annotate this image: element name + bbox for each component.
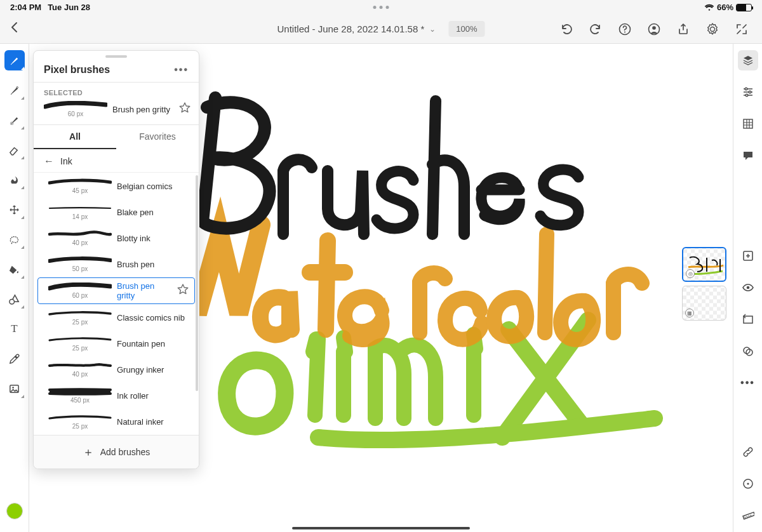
tool-shapes[interactable] — [4, 289, 25, 309]
back-button[interactable] — [0, 22, 29, 36]
plus-icon: ＋ — [83, 444, 94, 460]
link-button[interactable] — [738, 442, 758, 462]
brush-list[interactable]: 45 pxBelgian comics14 pxBlake pen40 pxBl… — [34, 173, 199, 435]
brush-item[interactable]: 45 pxBelgian comics — [37, 173, 195, 199]
app-header: Untitled - June 28, 2022 14.01.58 * ⌄ 10… — [0, 15, 762, 44]
selected-brush-name: Brush pen gritty — [112, 105, 173, 114]
home-indicator[interactable] — [292, 527, 470, 529]
tool-eraser[interactable] — [4, 140, 25, 160]
brush-name: Belgian comics — [117, 182, 189, 191]
undo-button[interactable] — [560, 23, 573, 36]
tool-transform[interactable] — [4, 199, 25, 220]
add-layer-button[interactable] — [738, 246, 758, 266]
brush-item[interactable]: 40 pxBlotty ink — [37, 225, 195, 251]
svg-point-10 — [749, 91, 751, 93]
tool-eyedropper[interactable] — [4, 349, 25, 369]
selected-label: SELECTED — [34, 83, 199, 98]
tab-favorites[interactable]: Favorites — [116, 125, 199, 149]
redo-button[interactable] — [589, 23, 602, 36]
layer-target-icon: ◎ — [686, 269, 695, 278]
tool-watercolor-brush[interactable] — [4, 110, 25, 130]
panel-properties[interactable] — [738, 82, 758, 102]
brush-category-row[interactable]: ← Ink — [34, 149, 199, 173]
help-button[interactable] — [618, 23, 631, 36]
layer-thumb-2[interactable]: ▦ — [682, 286, 726, 321]
brush-tabs: All Favorites — [34, 125, 199, 149]
zoom-level[interactable]: 100% — [448, 21, 485, 37]
brush-item[interactable]: 60 pxBrush pen gritty — [37, 277, 195, 304]
tool-lasso[interactable] — [4, 229, 25, 249]
tool-text[interactable]: T — [4, 319, 25, 339]
battery-percent: 66% — [717, 3, 733, 12]
brush-name: Blake pen — [117, 208, 189, 217]
brush-size: 25 px — [72, 345, 88, 352]
brush-category: Ink — [60, 156, 72, 166]
svg-rect-21 — [50, 390, 110, 394]
back-arrow-icon[interactable]: ← — [44, 156, 54, 167]
tool-fill[interactable] — [4, 259, 25, 279]
brush-size: 45 px — [72, 187, 88, 194]
layer-thumb-1[interactable]: ◎ — [682, 247, 726, 282]
popover-grip[interactable] — [105, 55, 127, 58]
right-sidebar: ••• — [733, 44, 762, 532]
brush-item[interactable]: 450 pxInk roller — [37, 383, 195, 408]
popover-title: Pixel brushes — [44, 64, 110, 76]
brush-item[interactable]: 25 pxFountain pen — [37, 331, 195, 356]
chevron-down-icon[interactable]: ⌄ — [429, 25, 436, 34]
share-button[interactable] — [677, 23, 690, 36]
settings-button[interactable] — [706, 23, 719, 36]
brush-name: Brush pen — [117, 260, 189, 269]
svg-point-8 — [12, 387, 14, 389]
status-time: 2:04 PM — [10, 3, 41, 12]
tool-vector-brush[interactable] — [4, 80, 25, 100]
panel-layers[interactable] — [738, 50, 758, 70]
tool-pixel-brush[interactable] — [4, 50, 25, 70]
svg-point-6 — [10, 299, 15, 304]
brush-size: 50 px — [72, 265, 88, 272]
svg-point-1 — [624, 31, 625, 32]
brush-item[interactable]: 40 pxGrungy inker — [37, 357, 195, 382]
layer-bg-icon: ▦ — [685, 309, 694, 317]
selected-brush-row[interactable]: 60 px Brush pen gritty — [34, 98, 199, 124]
appearance-button[interactable] — [738, 341, 758, 361]
brush-size: 40 px — [72, 371, 88, 378]
brush-size: 40 px — [72, 239, 88, 246]
tool-smudge[interactable] — [4, 170, 25, 190]
color-swatch[interactable] — [6, 503, 23, 519]
rotate-button[interactable] — [738, 474, 758, 494]
brush-item[interactable]: 25 pxClassic comics nib — [37, 305, 195, 330]
brush-name: Grungy inker — [117, 365, 189, 375]
favorite-star-icon[interactable] — [178, 102, 191, 117]
more-button[interactable]: ••• — [738, 373, 758, 393]
status-right: 66% — [704, 3, 752, 12]
panel-grid[interactable] — [738, 114, 758, 134]
document-title[interactable]: Untitled - June 28, 2022 14.01.58 * — [277, 23, 424, 34]
ruler-button[interactable] — [738, 505, 758, 526]
fullscreen-button[interactable] — [735, 23, 748, 36]
brush-item[interactable]: 25 pxNatural inker — [37, 409, 195, 434]
account-button[interactable] — [648, 23, 660, 36]
flip-button[interactable] — [738, 309, 758, 329]
add-brushes-label: Add brushes — [100, 447, 150, 457]
panel-comment[interactable] — [738, 145, 758, 166]
tool-image-placer[interactable] — [4, 378, 25, 399]
brush-item[interactable]: 14 pxBlake pen — [37, 199, 195, 225]
layer-thumbnails: ◎ ▦ — [682, 247, 726, 321]
brush-name: Brush pen gritty — [117, 281, 171, 300]
brush-name: Classic comics nib — [117, 313, 189, 323]
brush-size: 450 px — [70, 397, 90, 404]
left-toolbar: T — [0, 44, 29, 532]
brush-popover: Pixel brushes ••• SELECTED 60 px Brush p… — [33, 50, 199, 469]
add-brushes-button[interactable]: ＋ Add brushes — [34, 435, 199, 469]
popover-more-button[interactable]: ••• — [174, 64, 189, 76]
tab-all[interactable]: All — [34, 125, 116, 149]
ipad-status-bar: 2:04 PM Tue Jun 28 66% — [0, 0, 762, 15]
visibility-button[interactable] — [738, 277, 758, 298]
selected-brush-size: 60 px — [68, 110, 83, 117]
wifi-icon — [704, 4, 714, 11]
multitask-dots[interactable] — [373, 6, 389, 9]
status-date: Tue Jun 28 — [48, 3, 90, 12]
favorite-star-icon[interactable] — [177, 283, 189, 298]
brush-item[interactable]: 50 pxBrush pen — [37, 251, 195, 277]
scrollbar[interactable] — [196, 175, 198, 391]
